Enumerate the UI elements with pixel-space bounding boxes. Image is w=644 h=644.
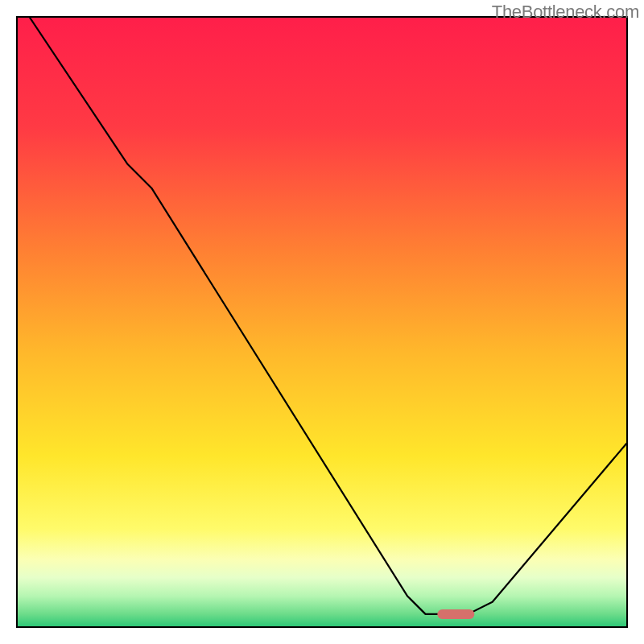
- plot-area: [16, 16, 628, 628]
- bottleneck-chart: TheBottleneck.com: [0, 0, 644, 644]
- watermark-text: TheBottleneck.com: [492, 2, 639, 23]
- minimum-marker: [438, 609, 474, 619]
- curve-line: [18, 18, 626, 626]
